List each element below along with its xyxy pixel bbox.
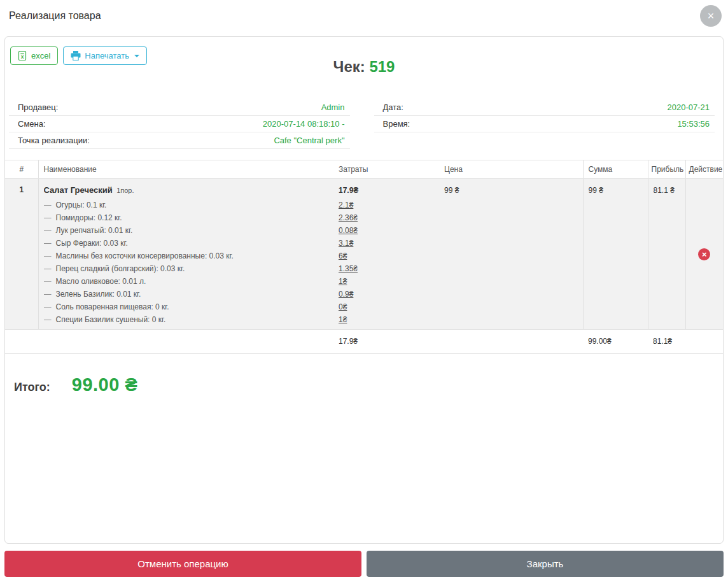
total-sum: 99.00₴ (583, 330, 648, 354)
dash-icon: — (44, 315, 52, 324)
ingredient-cost-link[interactable]: 0.08₴ (339, 226, 358, 235)
item-sum: 99 ₴ (589, 182, 643, 199)
header-price: Цена (439, 160, 583, 179)
outlet-label: Точка реализации: (18, 136, 90, 145)
ingredient-line: —Лук репчатый: 0.01 кг. (44, 224, 329, 237)
item-profit-cell: 81.1 ₴ (648, 179, 685, 330)
ingredient-label: Огурцы: 0.1 кг. (56, 201, 107, 209)
dash-icon: — (44, 226, 52, 235)
item-price-cell: 99 ₴ (439, 179, 583, 330)
time-value: 15:53:56 (677, 119, 710, 129)
delete-item-icon[interactable]: × (698, 248, 710, 260)
ingredient-line: —Помидоры: 0.12 кг. (44, 211, 329, 224)
svg-text:x: x (21, 53, 24, 60)
ingredient-line: —Специи Базилик сушеный: 0 кг. (44, 313, 329, 326)
modal-header: Реализация товара × (0, 0, 728, 32)
shift-label: Смена: (18, 119, 46, 129)
close-button[interactable]: Закрыть (367, 551, 724, 577)
items-table: # Наименование Затраты Цена Сумма Прибыл… (5, 160, 723, 354)
item-cost-cell: 17.9₴ 2.1₴ 2.36₴ 0.08₴ 3.1₴ 6₴ 1.35₴ 1₴ … (333, 179, 439, 330)
print-button[interactable]: Напечатать (63, 46, 147, 65)
ingredient-line: —Маслины без косточки консервированные: … (44, 250, 329, 262)
ingredient-line: —Огурцы: 0.1 кг. (44, 199, 329, 211)
row-number: 1 (5, 179, 38, 330)
date-label: Дата: (383, 103, 403, 112)
ingredient-label: Сыр Фераки: 0.03 кг. (56, 239, 128, 248)
header-action: Действие (685, 160, 723, 179)
seller-value: Admin (321, 103, 345, 112)
info-row-shift: Смена: 2020-07-14 08:18:10 - (9, 116, 350, 132)
header-cost: Затраты (333, 160, 439, 179)
date-value: 2020-07-21 (668, 103, 710, 112)
dash-icon: — (44, 213, 52, 222)
product-portion: 1пор. (116, 187, 134, 194)
item-price: 99 ₴ (444, 182, 578, 199)
header-num: # (5, 160, 38, 179)
dash-icon: — (44, 239, 52, 248)
printer-icon (71, 51, 81, 60)
close-icon: × (708, 10, 715, 22)
ingredient-cost-link[interactable]: 3.1₴ (339, 239, 353, 248)
toolbar: x excel Напечатать (10, 46, 147, 65)
ingredient-label: Масло оливковое: 0.01 л. (56, 277, 146, 286)
total-label: Итого: (14, 381, 50, 394)
summary: Итого: 99.00 ₴ (14, 374, 723, 395)
dash-icon: — (44, 277, 52, 286)
receipt-info: Продавец: Admin Смена: 2020-07-14 08:18:… (9, 99, 715, 149)
dash-icon: — (44, 264, 52, 273)
ingredient-cost-link[interactable]: 0.9₴ (339, 290, 353, 299)
excel-file-icon: x (18, 51, 27, 60)
ingredient-label: Специи Базилик сушеный: 0 кг. (56, 315, 166, 324)
total-value: 99.00 ₴ (72, 374, 137, 395)
receipt-number: 519 (369, 58, 395, 75)
info-left-column: Продавец: Admin Смена: 2020-07-14 08:18:… (9, 99, 350, 149)
outlet-value: Cafe "Central perk" (274, 136, 344, 145)
print-button-label: Напечатать (85, 51, 129, 60)
cancel-operation-button[interactable]: Отменить операцию (4, 551, 361, 577)
item-action-cell: × (685, 179, 723, 330)
info-right-column: Дата: 2020-07-21 Время: 15:53:56 (374, 99, 715, 149)
modal-close-button[interactable]: × (700, 5, 722, 27)
product-line: Салат Греческий 1пор. (44, 182, 329, 199)
header-name: Наименование (38, 160, 333, 179)
excel-export-button[interactable]: x excel (10, 46, 58, 65)
total-profit: 81.1₴ (648, 330, 685, 354)
footer: Отменить операцию Закрыть (4, 551, 724, 577)
ingredient-cost-link[interactable]: 1₴ (339, 277, 347, 286)
product-name: Салат Греческий (44, 185, 113, 195)
ingredient-cost-link[interactable]: 6₴ (339, 251, 347, 260)
ingredient-cost-link[interactable]: 1.35₴ (339, 264, 358, 273)
ingredient-cost-link[interactable]: 2.1₴ (339, 201, 353, 209)
ingredient-line: —Перец сладкий (болгарский): 0.03 кг. (44, 262, 329, 275)
ingredient-label: Помидоры: 0.12 кг. (56, 213, 122, 222)
header-sum: Сумма (583, 160, 648, 179)
info-row-date: Дата: 2020-07-21 (374, 99, 715, 116)
total-cost: 17.9₴ (333, 330, 439, 354)
ingredient-label: Соль поваренная пищевая: 0 кг. (56, 302, 169, 311)
receipt-label: Чек: (333, 58, 365, 75)
dash-icon: — (44, 290, 52, 299)
ingredient-cost-link[interactable]: 2.36₴ (339, 213, 358, 222)
ingredient-label: Перец сладкий (болгарский): 0.03 кг. (56, 264, 185, 273)
table-row: 1 Салат Греческий 1пор. —Огурцы: 0.1 кг.… (5, 179, 723, 330)
ingredient-line: —Соль поваренная пищевая: 0 кг. (44, 301, 329, 313)
dash-icon: — (44, 302, 52, 311)
table-header-row: # Наименование Затраты Цена Сумма Прибыл… (5, 160, 723, 179)
item-sum-cell: 99 ₴ (583, 179, 648, 330)
shift-value: 2020-07-14 08:18:10 - (263, 119, 345, 129)
ingredient-label: Маслины без косточки консервированные: 0… (56, 251, 234, 260)
ingredient-cost-link[interactable]: 1₴ (339, 315, 347, 324)
dash-icon: — (44, 201, 52, 209)
ingredient-label: Зелень Базилик: 0.01 кг. (56, 290, 141, 299)
ingredient-line: —Зелень Базилик: 0.01 кг. (44, 288, 329, 301)
ingredient-cost-link[interactable]: 0₴ (339, 302, 347, 311)
totals-row: 17.9₴ 99.00₴ 81.1₴ (5, 330, 723, 354)
product-cost: 17.9₴ (339, 186, 358, 195)
item-profit: 81.1 ₴ (654, 182, 680, 199)
seller-label: Продавец: (18, 103, 58, 112)
ingredient-label: Лук репчатый: 0.01 кг. (56, 226, 133, 235)
chevron-down-icon (134, 55, 139, 57)
info-row-seller: Продавец: Admin (9, 99, 350, 116)
info-row-outlet: Точка реализации: Cafe "Central perk" (9, 132, 350, 149)
info-row-time: Время: 15:53:56 (374, 116, 715, 132)
